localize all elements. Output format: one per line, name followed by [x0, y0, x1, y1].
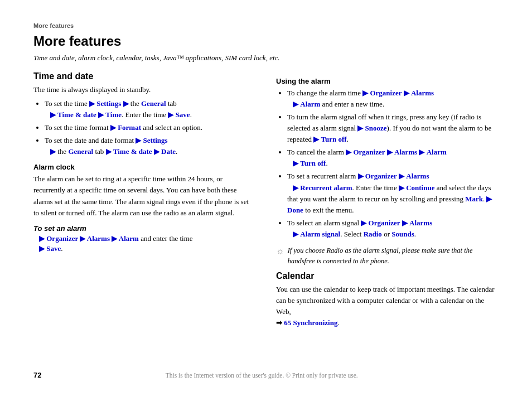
list-item: To set a recurrent alarm ▶ Organizer ▶ A… [287, 171, 499, 216]
alarm-note: ☼ If you choose Radio as the alarm signa… [276, 245, 499, 267]
note-icon: ☼ [276, 246, 284, 256]
time-date-bullets: To set the time ▶ Settings ▶ the General… [39, 98, 256, 158]
list-item: To set the date and date format ▶ Settin… [45, 135, 256, 157]
set-alarm-title: To set an alarm [33, 224, 256, 233]
time-date-title: Time and date [33, 71, 256, 81]
set-alarm-line2: ▶ Save. [39, 244, 256, 253]
page: More features More features Time and dat… [0, 0, 532, 396]
page-number: 72 [33, 371, 41, 379]
list-item: To set the time ▶ Settings ▶ the General… [45, 98, 256, 120]
calendar-title: Calendar [276, 271, 499, 281]
alarm-clock-title: Alarm clock [33, 163, 256, 171]
alarm-clock-body: The alarm can be set to ring at a specif… [33, 173, 256, 219]
list-item: To cancel the alarm ▶ Organizer ▶ Alarms… [287, 147, 499, 169]
set-alarm-line1: ▶ Organizer ▶ Alarms ▶ Alarm and enter t… [39, 234, 256, 243]
calendar-body: You can use the calendar to keep track o… [276, 284, 499, 329]
calendar-sync-link: ➡ 65 Synchronizing. [276, 318, 340, 327]
list-item: To set the time format ▶ Format and sele… [45, 122, 256, 133]
page-title: More features [33, 33, 499, 49]
list-item: To select an alarm signal ▶ Organizer ▶ … [287, 218, 499, 240]
using-alarm-bullets: To change the alarm time ▶ Organizer ▶ A… [282, 88, 499, 240]
list-item: To change the alarm time ▶ Organizer ▶ A… [287, 88, 499, 110]
right-column: Using the alarm To change the alarm time… [276, 71, 499, 332]
time-date-intro: The time is always displayed in standby. [33, 84, 256, 95]
note-text: If you choose Radio as the alarm signal,… [288, 245, 499, 267]
set-alarm-instructions: ▶ Organizer ▶ Alarms ▶ Alarm and enter t… [39, 234, 256, 253]
breadcrumb: More features [33, 22, 499, 29]
page-subtitle: Time and date, alarm clock, calendar, ta… [33, 52, 499, 64]
footer-note: This is the Internet version of the user… [41, 372, 482, 379]
content-columns: Time and date The time is always display… [33, 71, 499, 332]
footer: 72 This is the Internet version of the u… [0, 371, 532, 379]
left-column: Time and date The time is always display… [33, 71, 256, 332]
list-item: To turn the alarm signal off when it rin… [287, 112, 499, 145]
using-alarm-title: Using the alarm [276, 77, 499, 85]
